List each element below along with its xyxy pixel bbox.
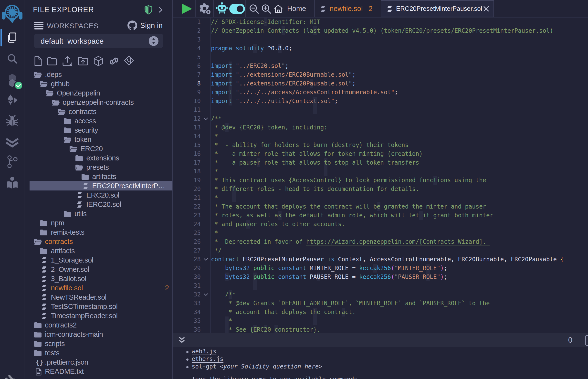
tree-item-erc20[interactable]: ERC20: [25, 144, 172, 153]
folder-open-icon: [57, 108, 66, 116]
sidebar-item-learneth[interactable]: [0, 175, 24, 191]
line-number: 5: [173, 53, 201, 62]
tree-item-ierc20-sol[interactable]: IERC20.sol: [25, 200, 172, 209]
sidebar-item-search[interactable]: [0, 52, 24, 65]
terminal-link-web3-js[interactable]: web3.js: [192, 348, 216, 355]
sign-in-button[interactable]: Sign in: [127, 20, 163, 30]
tree-item-remix-tests[interactable]: remix-tests: [25, 228, 172, 237]
new-folder-icon[interactable]: [47, 56, 57, 67]
terminal-expand-icon[interactable]: [178, 335, 186, 346]
tree-item-security[interactable]: security: [25, 126, 172, 135]
workspace-select[interactable]: default_workspace: [34, 34, 163, 48]
line-number: 21: [173, 193, 201, 202]
tree-item-label: artifacts: [92, 173, 116, 181]
zoom-in-icon[interactable]: [259, 0, 273, 17]
tab-active[interactable]: ERC20PresetMinterPauser.sol: [381, 0, 494, 17]
tree-item-readme-txt[interactable]: README.txt: [25, 367, 172, 376]
tree-item-newtsreader-sol[interactable]: NewTSReader.sol: [25, 293, 172, 302]
tree-item--deps[interactable]: .deps: [25, 70, 172, 79]
ai-copilot-toggle[interactable]: [229, 0, 246, 17]
tree-item-badge: 2: [165, 284, 169, 292]
line-number: 1: [173, 17, 201, 26]
fold-chevron-icon[interactable]: [203, 116, 209, 122]
tree-item-contracts2[interactable]: contracts2: [25, 320, 172, 330]
folder-icon: [81, 173, 89, 181]
tree-item-timestampreader-sol[interactable]: TimestampReader.sol: [25, 311, 172, 320]
code-line-20: * different roles - head to its document…: [211, 185, 419, 193]
tree-item-artifacts[interactable]: artifacts: [25, 172, 172, 181]
tree-item-newfile-sol[interactable]: newfile.sol2: [25, 283, 172, 293]
sidebar-item-git[interactable]: [0, 154, 24, 169]
tree-item-label: 2_Owner.sol: [51, 266, 89, 273]
tree-item-testsctimestamp-sol[interactable]: TestSCTimestamp.sol: [25, 302, 172, 311]
file-explorer-panel: FILE EXPLORER WORKSPACES: [25, 0, 173, 379]
line-number: 25: [173, 229, 201, 237]
line-number: 2: [173, 26, 201, 35]
ipfs-box-icon[interactable]: [93, 55, 104, 68]
code-line-27: */: [211, 246, 221, 255]
chevron-right-icon[interactable]: [157, 5, 164, 15]
sidebar-item-unit-testing[interactable]: [0, 136, 24, 149]
link-icon[interactable]: [108, 56, 120, 67]
tree-item-label: icm-contracts-main: [45, 331, 103, 338]
terminal-search-box[interactable]: [585, 335, 588, 346]
tree-item-label: token: [75, 136, 91, 143]
tree-item-extensions[interactable]: extensions: [25, 153, 172, 163]
line-number: 6: [173, 62, 201, 70]
tab-home[interactable]: Home: [274, 0, 306, 17]
tree-item-token[interactable]: token: [25, 135, 172, 144]
tree-item-openzeppelin[interactable]: OpenZeppelin: [25, 88, 172, 98]
fold-chevron-icon[interactable]: [203, 292, 209, 298]
tree-item-npm[interactable]: npm: [25, 218, 172, 228]
home-icon: [274, 4, 283, 14]
tree-item-utils[interactable]: utils: [25, 209, 172, 218]
tree-item--prettierrc-json[interactable]: {}.prettierrc.json: [25, 358, 172, 367]
tree-item-erc20presetminterpauser-[interactable]: ERC20PresetMinterPauser...: [30, 181, 172, 190]
tree-item-label: extensions: [86, 154, 119, 162]
tree-item-1-storage-sol[interactable]: 1_Storage.sol: [25, 255, 172, 265]
sidebar-item-file-explorer[interactable]: [0, 31, 24, 45]
tree-item-label: TimestampReader.sol: [51, 312, 117, 320]
line-number: 36: [173, 325, 201, 333]
code-line-22: * The account that deploys the contract …: [211, 202, 486, 211]
tree-item-label: npm: [51, 219, 64, 227]
tree-item-scripts[interactable]: scripts: [25, 339, 172, 348]
tab-newfile[interactable]: newfile.sol 2: [320, 0, 373, 17]
workspaces-menu-icon[interactable]: [34, 21, 44, 31]
tree-item-artifacts[interactable]: artifacts: [25, 246, 172, 255]
tree-item-label: artifacts: [51, 247, 75, 255]
tree-item-erc20-sol[interactable]: ERC20.sol: [25, 190, 172, 200]
run-script-button[interactable]: [179, 0, 194, 17]
sidebar-item-debugger[interactable]: [0, 114, 24, 129]
tree-item-contracts[interactable]: contracts: [25, 237, 172, 246]
terminal-content[interactable]: web3.jsethers.jssol-gpt <your Solidity q…: [173, 347, 588, 379]
tree-item-github[interactable]: github: [25, 79, 172, 88]
new-file-icon[interactable]: [34, 56, 43, 67]
compile-settings-icon[interactable]: [197, 0, 212, 17]
fold-chevron-icon[interactable]: [203, 257, 209, 263]
git-clone-icon[interactable]: [124, 56, 134, 67]
ai-copilot-robot-icon: [215, 0, 229, 17]
tab-close-icon[interactable]: [483, 5, 490, 12]
tree-item-icm-contracts-main[interactable]: icm-contracts-main: [25, 330, 172, 339]
upload-file-icon[interactable]: [62, 55, 73, 68]
sidebar-item-solidity-compiler[interactable]: [0, 73, 24, 88]
tree-item-presets[interactable]: presets: [25, 163, 172, 172]
terminal-entry: ethers.js: [192, 355, 223, 363]
sidebar-item-deploy-run[interactable]: [0, 93, 24, 107]
tree-item-access[interactable]: access: [25, 116, 172, 126]
code-line-7: import "../extensions/ERC20Burnable.sol"…: [211, 70, 356, 79]
plugin-manager-icon[interactable]: [0, 373, 24, 379]
tree-item-contracts[interactable]: contracts: [25, 107, 172, 116]
tree-item-2-owner-sol[interactable]: 2_Owner.sol: [25, 265, 172, 274]
line-number: 33: [173, 299, 201, 308]
tree-item-openzeppelin-contracts[interactable]: openzeppelin-contracts: [25, 98, 172, 107]
tree-item-tests[interactable]: tests: [25, 348, 172, 358]
tree-item-label: 3_Ballot.sol: [51, 275, 86, 283]
code-editor[interactable]: 1// SPDX-License-Identifier: MIT2// Open…: [173, 17, 588, 333]
tree-item-3-ballot-sol[interactable]: 3_Ballot.sol: [25, 274, 172, 283]
code-line-17: * - a pauser role that allows to stop al…: [211, 158, 419, 167]
terminal-link-ethers-js[interactable]: ethers.js: [192, 356, 223, 363]
zoom-out-icon[interactable]: [247, 0, 261, 17]
upload-folder-icon[interactable]: [77, 56, 89, 67]
